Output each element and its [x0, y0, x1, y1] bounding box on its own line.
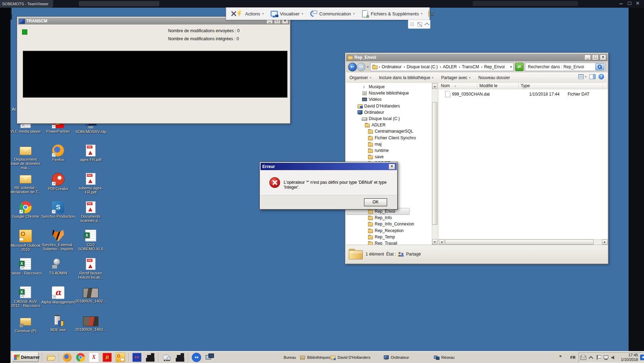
address-dropdown-icon[interactable]: ▾ — [510, 65, 512, 69]
back-button[interactable]: ← — [348, 63, 357, 71]
quick-launch-button[interactable] — [61, 353, 74, 362]
toolbar-menu-item[interactable]: Inclure dans la bibliothèque ▾ — [379, 75, 434, 80]
column-header[interactable] — [603, 83, 608, 89]
desktop-toolbar-item[interactable]: Bibliothèques — [300, 355, 330, 360]
teamviewer-menu-item[interactable]: Fichiers & Suppléments ▾ — [360, 9, 425, 19]
breadcrumb-segment[interactable]: ADLER — [439, 64, 458, 69]
column-header[interactable]: Type — [519, 83, 603, 89]
quick-launch-button[interactable] — [160, 353, 173, 362]
tray-icon[interactable] — [580, 355, 586, 360]
breadcrumb-segment[interactable]: Rep_Envoi — [480, 64, 506, 69]
minipanel-icon[interactable] — [410, 22, 414, 26]
tray-icon[interactable] — [596, 355, 601, 360]
tree-item[interactable]: Ordinateur — [346, 109, 432, 116]
teamviewer-menu-item[interactable]: Actions ▾ — [234, 9, 266, 19]
address-breadcrumb-field[interactable]: OrdinateurDisque local (C:)ADLERTransCMR… — [370, 63, 514, 71]
help-button[interactable]: ? — [598, 74, 604, 79]
tree-item[interactable]: Rep_Travail — [346, 240, 432, 245]
breadcrumb-segment[interactable]: TransCM — [458, 64, 480, 69]
window-controls[interactable] — [616, 1, 640, 6]
desktop-toolbar-item[interactable]: Ordinateur — [383, 355, 434, 360]
desktop-toolbar-item[interactable]: Réseau — [434, 355, 487, 360]
desktop-icon[interactable]: Synchro_External - Sobemo - Imports — [41, 229, 75, 257]
start-button[interactable]: Démarrer — [12, 352, 39, 362]
desktop-icon[interactable]: Microsoft Outlook 2010 — [10, 229, 41, 257]
tree-item[interactable]: Rep_Temp — [346, 234, 432, 240]
teamviewer-session-tab[interactable]: SOBEMOTS - TeamViewer — [0, 0, 53, 8]
desktop-icon[interactable]: Firefox — [41, 144, 75, 172]
tree-item[interactable]: save — [346, 154, 432, 160]
tree-item[interactable]: Fichier Client Synchro — [346, 135, 432, 141]
desktop-icon[interactable]: BDE.exe — [41, 314, 75, 342]
tree-item[interactable]: Nouvelle bibliothèque — [346, 90, 432, 96]
teamviewer-menu-item[interactable]: Visualiser ▾ — [269, 9, 305, 19]
desktop-toolbar-title[interactable]: Bureau — [284, 355, 300, 359]
tree-item[interactable]: Rep_Info_Connexion — [346, 221, 432, 227]
scroll-right-icon[interactable]: ► — [602, 239, 608, 245]
maximize-button[interactable]: □ — [592, 55, 598, 60]
scroll-down-icon[interactable]: ▼ — [432, 239, 437, 245]
column-header[interactable]: Modifié le — [477, 83, 519, 89]
desktop-icon[interactable]: CAISSE AUV 2012 - Raccourci — [10, 286, 41, 314]
minimize-icon[interactable] — [619, 1, 623, 5]
language-indicator[interactable]: FR — [569, 354, 577, 361]
desktop-icon[interactable]: Synchro Production — [41, 201, 75, 229]
history-dropdown-icon[interactable]: ▾ — [367, 65, 369, 69]
close-button[interactable]: × — [600, 55, 606, 60]
quick-launch-button[interactable] — [74, 353, 87, 362]
feedback-smiley-icon[interactable] — [428, 10, 429, 18]
desktop-icon[interactable]: 20180926_1402... — [75, 286, 106, 314]
desktop-icon[interactable]: Commun (P) — [10, 314, 41, 342]
forward-button[interactable]: → — [357, 63, 366, 71]
breadcrumb-segment[interactable]: Ordinateur — [378, 64, 403, 69]
desktop-icon[interactable]: 20180926_1403... — [75, 314, 106, 342]
tree-item[interactable]: runtime — [346, 147, 432, 154]
toolbar-overflow-chevron[interactable]: » — [559, 354, 562, 358]
quick-launch-button[interactable] — [173, 353, 188, 362]
toolbar-menu-item[interactable]: Partager avec ▾ — [441, 75, 471, 80]
scroll-left-icon[interactable]: ◄ — [439, 239, 444, 245]
scrollbar-thumb[interactable] — [445, 239, 594, 245]
clock[interactable]: 17:45 1/10/2018 — [621, 353, 638, 362]
preview-pane-button[interactable] — [589, 74, 596, 79]
quick-launch-button[interactable] — [114, 353, 129, 362]
search-input[interactable] — [527, 64, 595, 70]
refresh-button[interactable]: ⇄ — [515, 63, 524, 71]
tree-item[interactable]: David D'Hollanders — [346, 103, 432, 109]
desktop-icon[interactable]: Google Chrome — [10, 201, 41, 229]
desktop-toolbar-item[interactable]: David D'Hollanders — [330, 355, 383, 360]
toolbar-menu-item[interactable]: Nouveau dossier — [478, 75, 512, 80]
tree-item[interactable]: CentralmanagerSQL — [346, 128, 432, 134]
desktop-icon[interactable]: caisse - Raccourci — [10, 257, 41, 286]
minipanel-icon[interactable] — [424, 22, 429, 27]
minimize-button[interactable]: _ — [584, 55, 591, 60]
quick-launch-button[interactable] — [130, 353, 144, 362]
quick-launch-button[interactable] — [44, 353, 59, 362]
search-icon[interactable] — [595, 63, 604, 70]
tray-icon[interactable] — [588, 355, 594, 360]
tree-item[interactable]: maj — [346, 141, 432, 147]
desktop-icon[interactable]: TS ADMIN — [41, 257, 75, 286]
desktop-icon[interactable]: sobemo agex-FR.pdf — [75, 172, 106, 201]
desktop-icon[interactable]: Déplacement base de données mai... — [10, 144, 41, 172]
close-button[interactable]: × — [389, 164, 395, 169]
quick-launch-button[interactable] — [87, 353, 101, 362]
close-icon[interactable] — [636, 1, 640, 5]
minipanel-icon[interactable] — [417, 22, 422, 27]
list-horizontal-scrollbar[interactable]: ◄ ► — [439, 239, 608, 245]
desktop-icon[interactable]: PDFCreator — [41, 172, 75, 201]
desktop-icon[interactable]: Alpha Management — [41, 286, 75, 314]
maximize-icon[interactable] — [628, 1, 632, 5]
tree-item[interactable]: Rep_Reception — [346, 228, 432, 234]
quick-launch-button[interactable] — [203, 353, 216, 362]
scrollbar-thumb[interactable] — [432, 102, 437, 225]
ok-button[interactable]: OK — [364, 198, 387, 206]
tray-icon[interactable] — [611, 355, 617, 360]
breadcrumb-segment[interactable]: Disque local (C:) — [403, 64, 439, 69]
desktop-icon[interactable]: RE sobedal - déclaration de T... — [10, 172, 41, 201]
file-row[interactable]: 999_0350CHAN.dat 1/10/2018 17:44 Fichier… — [439, 91, 608, 98]
error-dialog-titlebar[interactable]: Erreur × — [261, 163, 397, 170]
tree-item[interactable]: Disque local (C:) — [346, 116, 432, 122]
tray-icon[interactable] — [603, 355, 609, 360]
tree-item[interactable]: Rep_Info — [346, 215, 432, 221]
